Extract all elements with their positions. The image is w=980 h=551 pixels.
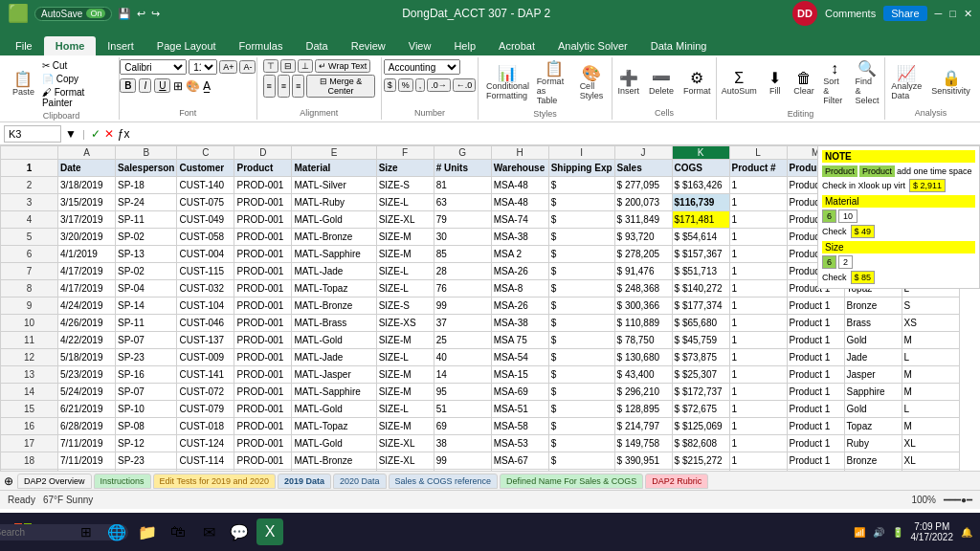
col-b-header[interactable]: B [116, 146, 177, 160]
table-cell[interactable]: PROD-001 [234, 384, 292, 401]
table-cell[interactable]: Product 1 [787, 401, 844, 418]
table-cell[interactable]: $171,481 [672, 211, 729, 229]
sound-icon[interactable]: 🔊 [873, 527, 884, 538]
comments-btn[interactable]: Comments [825, 8, 876, 19]
table-cell[interactable]: SP-07 [116, 332, 177, 349]
table-cell[interactable]: $ $125,069 [672, 418, 729, 435]
col-j-header[interactable]: J [614, 146, 672, 160]
table-cell[interactable]: MATL-Jade [292, 349, 376, 366]
table-cell[interactable]: SIZE-M [376, 332, 434, 349]
table-cell[interactable]: CUST-004 [177, 246, 234, 263]
tab-data[interactable]: Data [294, 36, 339, 55]
table-cell[interactable]: SIZE-L [376, 263, 434, 280]
sensitivity-button[interactable]: 🔒 Sensitivity [927, 69, 974, 98]
table-cell[interactable]: 63 [434, 194, 491, 211]
table-cell[interactable]: CUST-104 [177, 298, 234, 315]
table-cell[interactable]: SP-16 [116, 366, 177, 384]
tab-insert[interactable]: Insert [96, 36, 145, 55]
explorer-icon[interactable]: 📁 [134, 518, 161, 545]
table-cell[interactable]: $ 300,366 [614, 298, 672, 315]
table-cell[interactable]: 5/24/2019 [58, 384, 116, 401]
font-family-select[interactable]: Calibri [120, 59, 187, 75]
table-cell[interactable]: $ [548, 384, 614, 401]
table-cell[interactable]: MSA 2 [491, 246, 548, 263]
table-cell[interactable]: SP-12 [116, 435, 177, 452]
table-cell[interactable]: SIZE-S [376, 177, 434, 194]
table-cell[interactable]: CUST-058 [177, 229, 234, 246]
col-l-header[interactable]: L [729, 146, 787, 160]
table-cell[interactable]: MATL-Gold [292, 211, 376, 229]
table-cell[interactable]: MATL-Topaz [292, 280, 376, 298]
merge-center-button[interactable]: ⊟ Merge & Center [306, 75, 374, 98]
table-cell[interactable]: SIZE-M [376, 384, 434, 401]
table-cell[interactable]: $ $45,759 [672, 332, 729, 349]
table-cell[interactable]: $ 130,680 [614, 349, 672, 366]
share-btn[interactable]: Share [883, 6, 926, 21]
table-cell[interactable]: $ [548, 401, 614, 418]
wrap-text-button[interactable]: ↵ Wrap Text [315, 59, 371, 73]
table-cell[interactable]: CUST-072 [177, 384, 234, 401]
table-cell[interactable]: SIZE-XS [376, 315, 434, 332]
table-cell[interactable]: SIZE-L [376, 280, 434, 298]
clock-display[interactable]: 7:09 PM 4/17/2022 [911, 521, 954, 542]
sort-filter-button[interactable]: ↕ Sort &Filter [819, 59, 850, 107]
table-cell[interactable]: 18 [434, 470, 491, 472]
table-cell[interactable]: $ 149,758 [614, 435, 672, 452]
table-cell[interactable]: MSA-74 [491, 211, 548, 229]
table-cell[interactable]: MSA-53 [491, 435, 548, 452]
table-cell[interactable]: Bronze [844, 452, 902, 470]
table-cell[interactable]: $ $54,614 [672, 229, 729, 246]
table-cell[interactable]: L [902, 470, 959, 472]
bold-button[interactable]: B [120, 78, 136, 93]
table-cell[interactable]: SP-07 [116, 384, 177, 401]
col-e-header[interactable]: E [292, 146, 376, 160]
table-cell[interactable]: SIZE-M [376, 229, 434, 246]
table-cell[interactable]: MATL-Ruby [292, 194, 376, 211]
table-cell[interactable]: MSA-26 [491, 263, 548, 280]
underline-button[interactable]: U [154, 78, 170, 93]
table-cell[interactable]: 4/24/2019 [58, 298, 116, 315]
table-cell[interactable]: Jasper [844, 366, 902, 384]
table-cell[interactable]: MSA-44 [491, 470, 548, 472]
table-cell[interactable]: M [902, 366, 959, 384]
table-cell[interactable]: MSA-67 [491, 452, 548, 470]
search-taskbar-button[interactable] [42, 518, 69, 545]
align-right-button[interactable]: ≡ [292, 75, 304, 98]
sheet-tab-2019-data[interactable]: 2019 Data [278, 474, 331, 489]
table-cell[interactable]: PROD-001 [234, 435, 292, 452]
fill-color-button[interactable]: 🎨 [186, 79, 200, 93]
table-cell[interactable]: XL [902, 452, 959, 470]
table-cell[interactable]: $ [548, 470, 614, 472]
col-f-header[interactable]: F [376, 146, 434, 160]
table-cell[interactable]: 30 [434, 229, 491, 246]
table-cell[interactable]: SP-11 [116, 211, 177, 229]
table-cell[interactable]: PROD-001 [234, 298, 292, 315]
cut-button[interactable]: ✂ Cut [39, 59, 113, 72]
table-cell[interactable]: 3/17/2019 [58, 211, 116, 229]
autosum-button[interactable]: Σ AutoSum [719, 69, 760, 98]
table-cell[interactable]: 3/15/2019 [58, 194, 116, 211]
teams-icon[interactable]: 💬 [226, 518, 253, 545]
col-d-header[interactable]: D [234, 146, 292, 160]
table-cell[interactable]: SP-23 [116, 452, 177, 470]
insert-function-icon[interactable]: ƒx [118, 127, 130, 141]
formula-expand-icon[interactable]: ▼ [65, 127, 77, 141]
font-size-select[interactable]: 11 [189, 59, 217, 75]
notification-icon[interactable]: 🔔 [961, 527, 972, 538]
find-select-button[interactable]: 🔍 Find &Select [852, 59, 883, 107]
table-cell[interactable]: 99 [434, 298, 491, 315]
table-cell[interactable]: CUST-075 [177, 194, 234, 211]
table-cell[interactable]: $ 214,797 [614, 418, 672, 435]
table-cell[interactable]: PROD-001 [234, 401, 292, 418]
table-cell[interactable]: SP-18 [116, 177, 177, 194]
table-cell[interactable]: Product 1 [787, 332, 844, 349]
tab-review[interactable]: Review [340, 36, 397, 55]
table-cell[interactable]: $ [548, 229, 614, 246]
table-cell[interactable]: $116,739 [672, 194, 729, 211]
table-cell[interactable]: Product 1 [787, 349, 844, 366]
table-cell[interactable]: CUST-046 [177, 315, 234, 332]
table-cell[interactable]: SP-14 [116, 298, 177, 315]
autosave-switch[interactable]: On [86, 9, 105, 18]
task-view-button[interactable]: ⊞ [73, 518, 100, 545]
sheet-tab-2020-data[interactable]: 2020 Data [333, 474, 387, 489]
